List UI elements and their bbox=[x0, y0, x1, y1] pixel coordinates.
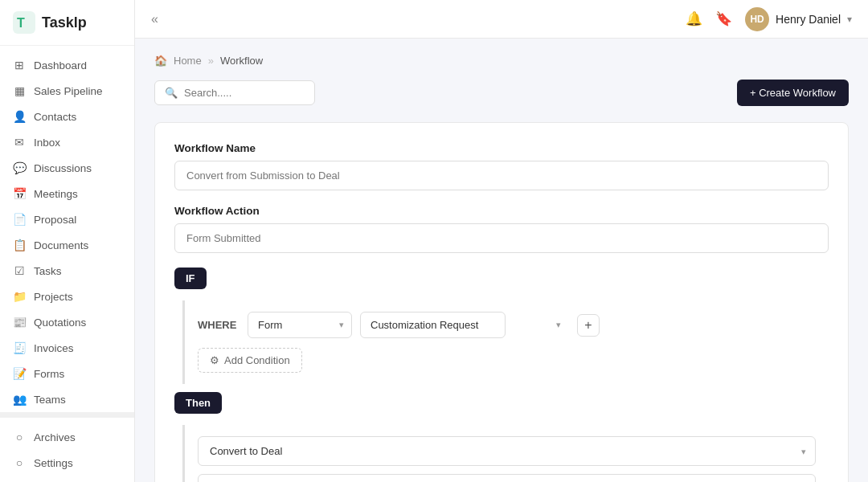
sidebar-item-label: Documents bbox=[34, 239, 88, 251]
documents-icon: 📋 bbox=[13, 239, 26, 251]
user-menu[interactable]: HD Henry Daniel ▾ bbox=[745, 7, 852, 31]
main-container: « 🔔 🔖 HD Henry Daniel ▾ 🏠 Home » Workflo… bbox=[135, 0, 868, 482]
breadcrumb-home[interactable]: Home bbox=[174, 55, 202, 67]
sidebar-item-label: Proposal bbox=[34, 214, 76, 226]
invoices-icon: 🧾 bbox=[13, 341, 26, 354]
workflow-action-input[interactable] bbox=[174, 223, 829, 253]
logo-icon: T bbox=[13, 11, 35, 34]
create-workflow-button[interactable]: + Create Workflow bbox=[737, 80, 849, 106]
topbar-left: « bbox=[151, 12, 158, 27]
topbar-right: 🔔 🔖 HD Henry Daniel ▾ bbox=[686, 7, 852, 31]
workflow-action-group: Workflow Action bbox=[174, 205, 829, 253]
customization-select-wrapper: Customization Request ▾ bbox=[360, 312, 569, 338]
sidebar-item-tasks[interactable]: ☑ Tasks bbox=[0, 258, 134, 284]
chevron-down-icon: ▾ bbox=[556, 320, 561, 330]
teams-icon: 👥 bbox=[13, 393, 26, 406]
sidebar-item-discussions[interactable]: 💬 Discussions bbox=[0, 155, 134, 181]
condition-block: WHERE Form ▾ Customization Request ▾ + bbox=[182, 300, 829, 384]
sidebar-item-documents[interactable]: 📋 Documents bbox=[0, 232, 134, 258]
sidebar-item-label: Settings bbox=[34, 457, 73, 469]
sidebar-item-sales-pipeline[interactable]: ▦ Sales Pipeline bbox=[0, 78, 134, 104]
sidebar-item-label: Invoices bbox=[34, 342, 74, 354]
form-select[interactable]: Form bbox=[248, 312, 352, 338]
add-condition-label: Add Condition bbox=[224, 354, 290, 366]
logo-text: Tasklp bbox=[42, 14, 87, 31]
workflow-name-group: Workflow Name bbox=[174, 142, 829, 190]
sidebar-item-quotations[interactable]: 📰 Quotations bbox=[0, 309, 134, 335]
sidebar-item-label: Tasks bbox=[34, 265, 62, 277]
sidebar-item-label: Contacts bbox=[34, 111, 76, 123]
sidebar-item-label: Forms bbox=[34, 368, 64, 380]
topbar: « 🔔 🔖 HD Henry Daniel ▾ bbox=[135, 0, 868, 39]
content-area: 🏠 Home » Workflow 🔍 + Create Workflow Wo… bbox=[135, 39, 868, 482]
projects-icon: 📁 bbox=[13, 290, 26, 303]
settings-icon: ○ bbox=[13, 456, 26, 469]
sidebar-item-archives[interactable]: ○ Archives bbox=[0, 424, 134, 450]
sidebar-item-dashboard[interactable]: ⊞ Dashboard bbox=[0, 52, 134, 78]
sidebar-item-label: Quotations bbox=[34, 317, 86, 329]
sidebar-item-label: Discussions bbox=[34, 162, 92, 174]
workflow-card: Workflow Name Workflow Action IF WHERE F… bbox=[154, 122, 849, 482]
customization-select[interactable]: Customization Request bbox=[360, 312, 506, 338]
workflow-name-input[interactable] bbox=[174, 161, 829, 190]
collapse-button[interactable]: « bbox=[151, 12, 158, 27]
sidebar: T Tasklp ⊞ Dashboard ▦ Sales Pipeline 👤 … bbox=[0, 0, 135, 482]
action-select-wrapper: Convert to Deal ▾ bbox=[198, 436, 816, 466]
contacts-icon: 👤 bbox=[13, 110, 26, 123]
sidebar-item-label: Inbox bbox=[34, 137, 60, 149]
sidebar-item-settings[interactable]: ○ Settings bbox=[0, 450, 134, 476]
action-block: Convert to Deal ▾ This will covert this … bbox=[182, 425, 829, 482]
sidebar-item-proposal[interactable]: 📄 Proposal bbox=[0, 206, 134, 232]
where-label: WHERE bbox=[198, 319, 240, 331]
if-badge: IF bbox=[174, 268, 207, 289]
notification-icon[interactable]: 🔔 bbox=[686, 10, 702, 27]
sidebar-item-label: Meetings bbox=[34, 188, 78, 200]
sidebar-item-meetings[interactable]: 📅 Meetings bbox=[0, 181, 134, 206]
then-badge: Then bbox=[174, 392, 222, 414]
breadcrumb-home-icon: 🏠 bbox=[154, 55, 167, 67]
sidebar-item-label: Dashboard bbox=[34, 59, 87, 71]
forms-icon: 📝 bbox=[13, 367, 26, 380]
sidebar-item-invoices[interactable]: 🧾 Invoices bbox=[0, 335, 134, 361]
sidebar-item-projects[interactable]: 📁 Projects bbox=[0, 284, 134, 309]
tasks-icon: ☑ bbox=[13, 264, 26, 277]
dashboard-icon: ⊞ bbox=[13, 59, 26, 71]
inbox-icon: ✉ bbox=[13, 136, 26, 149]
svg-text:T: T bbox=[17, 16, 25, 30]
nav-menu: ⊞ Dashboard ▦ Sales Pipeline 👤 Contacts … bbox=[0, 46, 134, 417]
condition-row: WHERE Form ▾ Customization Request ▾ + bbox=[198, 312, 816, 338]
breadcrumb-separator: » bbox=[208, 55, 214, 67]
meetings-icon: 📅 bbox=[13, 187, 26, 200]
workflow-action-label: Workflow Action bbox=[174, 205, 829, 217]
action-description-textarea[interactable]: This will covert this Submitted content … bbox=[198, 474, 816, 482]
breadcrumb: 🏠 Home » Workflow bbox=[154, 55, 849, 67]
search-input[interactable] bbox=[184, 87, 305, 99]
proposal-icon: 📄 bbox=[13, 213, 26, 226]
logo: T Tasklp bbox=[0, 0, 134, 46]
bookmark-icon[interactable]: 🔖 bbox=[715, 10, 732, 27]
workflow-name-label: Workflow Name bbox=[174, 142, 829, 154]
toolbar: 🔍 + Create Workflow bbox=[154, 80, 849, 106]
sidebar-item-forms[interactable]: 📝 Forms bbox=[0, 361, 134, 386]
discussions-icon: 💬 bbox=[13, 161, 26, 174]
action-type-select[interactable]: Convert to Deal bbox=[198, 436, 816, 466]
breadcrumb-current: Workflow bbox=[220, 55, 263, 67]
search-box[interactable]: 🔍 bbox=[154, 80, 315, 105]
add-condition-button[interactable]: ⚙ Add Condition bbox=[198, 348, 302, 373]
form-select-wrapper: Form ▾ bbox=[248, 312, 352, 338]
avatar: HD bbox=[745, 7, 769, 31]
archives-icon: ○ bbox=[13, 431, 26, 443]
settings-cog-icon: ⚙ bbox=[210, 354, 219, 366]
sidebar-bottom: ○ Archives ○ Settings bbox=[0, 417, 134, 482]
search-icon: 🔍 bbox=[165, 87, 178, 99]
sidebar-item-label: Sales Pipeline bbox=[34, 85, 103, 97]
chevron-down-icon: ▾ bbox=[847, 14, 852, 25]
add-plus-button[interactable]: + bbox=[577, 314, 600, 337]
username: Henry Daniel bbox=[776, 13, 841, 26]
sidebar-item-label: Archives bbox=[34, 431, 76, 443]
sidebar-item-label: Teams bbox=[34, 394, 66, 406]
sidebar-item-contacts[interactable]: 👤 Contacts bbox=[0, 104, 134, 129]
sidebar-item-inbox[interactable]: ✉ Inbox bbox=[0, 129, 134, 155]
sidebar-item-teams[interactable]: 👥 Teams bbox=[0, 386, 134, 412]
quotations-icon: 📰 bbox=[13, 316, 26, 329]
